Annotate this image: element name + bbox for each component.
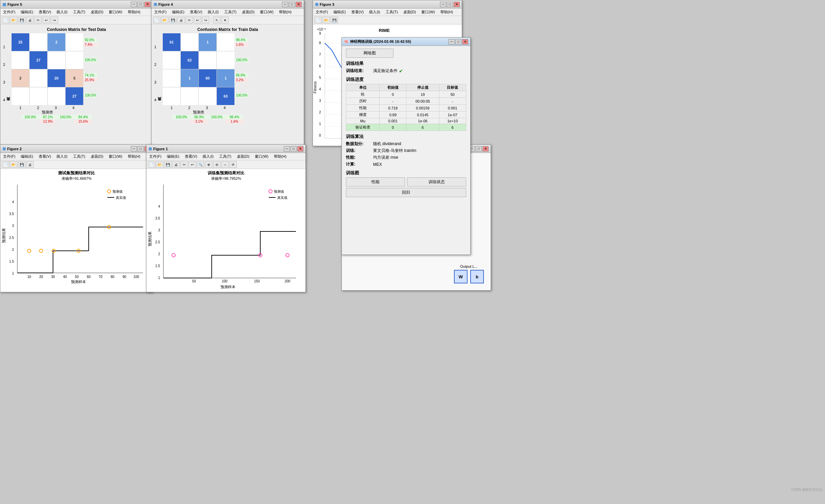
svg-text:100: 100 bbox=[134, 275, 139, 279]
nn-net-graph-btn[interactable]: 网络图 bbox=[346, 49, 393, 58]
nn-dialog-restore[interactable]: □ bbox=[455, 39, 461, 45]
fig4-row-pcts: 98.4% 1.6% 100.0% 96.8% 3.2% 100.0% bbox=[235, 33, 248, 104]
fig4-tb2[interactable]: 📂 bbox=[161, 17, 169, 23]
nn-dialog-close[interactable]: ✕ bbox=[462, 39, 468, 45]
nn-td-epoch-init: 0 bbox=[380, 91, 406, 98]
fig4-menu-desktop[interactable]: 桌面(D) bbox=[241, 9, 256, 15]
table-row: 验证检查 0 6 6 bbox=[346, 124, 466, 131]
fig4-menu-insert[interactable]: 插入(I) bbox=[206, 9, 220, 15]
svg-text:7: 7 bbox=[319, 53, 321, 56]
fig1-controls[interactable]: ─ □ ✕ bbox=[284, 146, 303, 152]
fig4-tb9[interactable]: ✦ bbox=[221, 17, 229, 23]
fig5-menu-desktop[interactable]: 桌面(D) bbox=[89, 9, 105, 15]
fig5-tb3[interactable]: 💾 bbox=[18, 17, 25, 23]
fig5-cm-layout: 1 2 3 4 真实类 25 2 bbox=[3, 33, 150, 115]
table-row: 梯度 0.89 0.0145 1e-07 bbox=[346, 111, 466, 118]
fig2-chart-subtitle: 准确率=91.6667% bbox=[0, 176, 153, 181]
fig5-menu-window[interactable]: 窗口(W) bbox=[107, 9, 124, 15]
fig3-menu-edit[interactable]: 编辑(E) bbox=[332, 9, 347, 15]
fig4-tb8[interactable]: ↖ bbox=[213, 17, 221, 23]
fig5-menu-help[interactable]: 帮助(H) bbox=[126, 9, 142, 15]
fig4-menu-edit[interactable]: 编辑(E) bbox=[171, 9, 186, 15]
fig5-menu-insert[interactable]: 插入(I) bbox=[55, 9, 69, 15]
fig3-menu-window[interactable]: 窗口(W) bbox=[420, 9, 436, 15]
fig3-menu-help[interactable]: 帮助(H) bbox=[439, 9, 454, 15]
fig1-maximize[interactable]: □ bbox=[291, 146, 297, 152]
svg-text:4: 4 bbox=[319, 87, 321, 91]
fig5-tb7[interactable]: ↪ bbox=[51, 17, 58, 23]
fig4-menu-view[interactable]: 查看(V) bbox=[189, 9, 204, 15]
nn-dialog-minimize[interactable]: ─ bbox=[449, 39, 455, 45]
fig4-maximize[interactable]: □ bbox=[289, 2, 295, 7]
fig5-tb1[interactable]: 📄 bbox=[2, 17, 9, 23]
fig5-tb4[interactable]: 🖨 bbox=[26, 17, 34, 23]
fig5-controls[interactable]: ─ □ ✕ bbox=[131, 2, 151, 7]
fig5-menubar: 文件(F) 编辑(E) 查看(V) 插入(I) 工具(T) 桌面(D) 窗口(W… bbox=[0, 8, 153, 16]
fig2-maximize[interactable]: □ bbox=[138, 146, 144, 152]
fig4-menu-window[interactable]: 窗口(W) bbox=[259, 9, 275, 15]
custom-neural-maximize[interactable]: □ bbox=[476, 146, 482, 152]
fig1-close[interactable]: ✕ bbox=[297, 146, 303, 152]
fig5-c12 bbox=[48, 51, 65, 69]
nn-td-perf-target: 0.001 bbox=[439, 105, 466, 111]
fig3-menu-view[interactable]: 查看(V) bbox=[350, 9, 365, 15]
svg-text:预测结果: 预测结果 bbox=[148, 231, 152, 246]
nn-perf-btn[interactable]: 性能 bbox=[346, 177, 405, 187]
nn-td-mu-label: Mu bbox=[346, 118, 380, 124]
nn-regression-btn[interactable]: 回归 bbox=[346, 188, 466, 197]
fig5-minimize[interactable]: ─ bbox=[131, 2, 137, 7]
nn-node-w: W bbox=[454, 270, 468, 283]
fig5-menu-view[interactable]: 查看(V) bbox=[37, 9, 53, 15]
nn-dialog-controls[interactable]: ─ □ ✕ bbox=[449, 39, 468, 45]
svg-text:×10⁻³: ×10⁻³ bbox=[317, 28, 326, 31]
nn-th-init: 初始值 bbox=[380, 84, 406, 91]
fig3-maximize[interactable]: □ bbox=[447, 2, 453, 7]
fig3-menu-tools[interactable]: 工具(T) bbox=[384, 9, 399, 15]
fig5-maximize[interactable]: □ bbox=[138, 2, 144, 7]
fig3-menu-desktop[interactable]: 桌面(D) bbox=[402, 9, 417, 15]
fig4-tb5[interactable]: ✂ bbox=[186, 17, 193, 23]
fig5-menu-tools[interactable]: 工具(T) bbox=[72, 9, 87, 15]
fig4-tb1[interactable]: 📄 bbox=[153, 17, 160, 23]
fig3-controls[interactable]: ─ □ ✕ bbox=[440, 2, 460, 7]
custom-neural-close[interactable]: ✕ bbox=[482, 146, 489, 152]
fig4-menu-help[interactable]: 帮助(H) bbox=[278, 9, 293, 15]
custom-neural-controls[interactable]: ─ □ ✕ bbox=[469, 146, 489, 152]
fig5-tb6[interactable]: ↩ bbox=[42, 17, 50, 23]
fig2-minimize[interactable]: ─ bbox=[131, 146, 137, 152]
svg-text:3.5: 3.5 bbox=[155, 216, 160, 220]
svg-text:2.5: 2.5 bbox=[9, 236, 14, 240]
fig4-tb3[interactable]: 💾 bbox=[169, 17, 177, 23]
fig3-tb3[interactable]: 💾 bbox=[331, 17, 338, 23]
nn-td-perf-init: 0.718 bbox=[380, 105, 406, 111]
fig3-menu-insert[interactable]: 插入(I) bbox=[368, 9, 381, 15]
nn-algo-calc: 计算: MEX bbox=[346, 161, 466, 167]
svg-text:预测样本: 预测样本 bbox=[221, 285, 235, 289]
fig5-menu-file[interactable]: 文件(F) bbox=[2, 9, 17, 15]
fig4-xlabels: 1 2 3 4 bbox=[163, 106, 234, 110]
fig4-tb7[interactable]: ↪ bbox=[202, 17, 209, 23]
fig5-tb5[interactable]: ✂ bbox=[34, 17, 42, 23]
fig5-rl-2: 2 bbox=[3, 56, 5, 73]
fig4-controls[interactable]: ─ □ ✕ bbox=[282, 2, 302, 7]
fig4-menu-file[interactable]: 文件(F) bbox=[153, 9, 168, 15]
fig5-close[interactable]: ✕ bbox=[144, 2, 151, 7]
fig3-tb2[interactable]: 📂 bbox=[322, 17, 330, 23]
fig3-menu-file[interactable]: 文件(F) bbox=[314, 9, 329, 15]
fig5-menu-edit[interactable]: 编辑(E) bbox=[19, 9, 35, 15]
fig4-tb4[interactable]: 🖨 bbox=[177, 17, 185, 23]
fig4-close[interactable]: ✕ bbox=[296, 2, 302, 7]
svg-text:3.5: 3.5 bbox=[9, 212, 14, 216]
fig3-tb1[interactable]: 📄 bbox=[314, 17, 322, 23]
fig5-tb2[interactable]: 📂 bbox=[10, 17, 17, 23]
fig3-minimize[interactable]: ─ bbox=[440, 2, 446, 7]
fig1-chart-subtitle: 准确率=98.7952% bbox=[146, 176, 305, 181]
fig1-minimize[interactable]: ─ bbox=[284, 146, 290, 152]
fig4-menu-tools[interactable]: 工具(T) bbox=[223, 9, 238, 15]
fig4-minimize[interactable]: ─ bbox=[282, 2, 288, 7]
fig5-c00: 25 bbox=[12, 33, 29, 51]
nn-train-state-btn[interactable]: 训练状态 bbox=[407, 177, 466, 187]
fig4-tb6[interactable]: ↩ bbox=[194, 17, 201, 23]
fig3-close[interactable]: ✕ bbox=[454, 2, 460, 7]
fig4-titlebar: ▣ Figure 4 ─ □ ✕ bbox=[152, 0, 304, 8]
